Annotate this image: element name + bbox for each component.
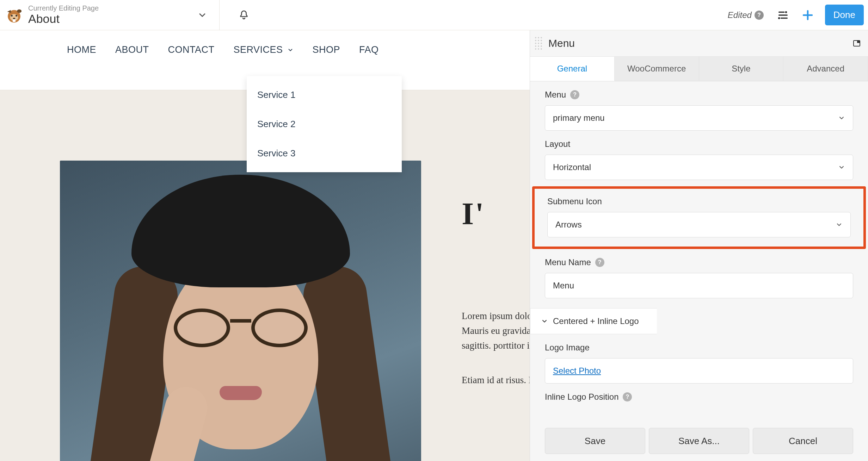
submenu-icon-highlight: Submenu Icon Arrows [532,186,866,249]
editing-label: Currently Editing Page [28,4,99,12]
submenu-service-3[interactable]: Service 3 [247,139,402,168]
help-icon[interactable]: ? [570,90,579,99]
layout-field-label: Layout [545,139,853,149]
inline-logo-position-label: Inline Logo Position ? [545,392,853,402]
section-centered-logo[interactable]: Centered + Inline Logo [530,308,657,334]
chevron-down-icon [838,114,845,122]
page-selector-chevron[interactable] [197,10,207,20]
nav-shop[interactable]: SHOP [313,44,340,55]
submenu-icon-value: Arrows [555,220,582,230]
submenu-service-1[interactable]: Service 1 [247,80,402,110]
submenu-icon-label: Submenu Icon [547,197,851,206]
nav-home[interactable]: HOME [67,44,96,55]
svg-rect-5 [13,19,16,22]
done-button[interactable]: Done [825,5,864,25]
edited-status: Edited ? [728,10,764,20]
menu-name-input[interactable]: Menu [545,273,853,298]
submenu-icon-select[interactable]: Arrows [547,212,851,237]
settings-panel: Menu General WooCommerce Style Advanced … [530,30,868,461]
toolbar-separator [219,0,220,30]
menu-name-value: Menu [553,281,574,291]
notifications-icon[interactable] [236,7,252,23]
svg-point-6 [17,9,21,13]
svg-point-7 [785,11,787,13]
tab-style[interactable]: Style [699,56,784,81]
page-title: About [28,12,99,25]
about-photo [60,161,421,461]
layout-select-value: Horizontal [553,162,591,172]
add-icon[interactable] [800,7,816,23]
menu-name-label: Menu Name ? [545,257,853,267]
nav-contact[interactable]: CONTACT [168,44,215,55]
menu-field-label: Menu ? [545,90,853,100]
logo-image-label: Logo Image [545,343,853,353]
nav-about[interactable]: ABOUT [115,44,149,55]
logo-image-field[interactable]: Select Photo [545,358,853,384]
layout-select[interactable]: Horizontal [545,155,853,180]
tab-woocommerce[interactable]: WooCommerce [615,56,699,81]
nav-services[interactable]: SERVICES [234,44,294,55]
help-icon[interactable]: ? [623,392,632,401]
edited-label: Edited [728,10,752,20]
nav-faq[interactable]: FAQ [359,44,379,55]
submenu-service-2[interactable]: Service 2 [247,110,402,139]
panel-body: Menu ? primary menu Layout Horizontal Su… [530,81,868,424]
outline-icon[interactable] [775,7,791,23]
tab-advanced[interactable]: Advanced [783,56,868,81]
help-icon[interactable]: ? [595,258,604,267]
tab-general[interactable]: General [530,56,615,81]
menu-select-value: primary menu [553,113,605,123]
drag-handle-icon[interactable] [534,36,542,50]
panel-footer: Save Save As... Cancel [530,424,868,461]
help-icon[interactable]: ? [755,11,764,20]
page-info: Currently Editing Page About [28,4,99,25]
services-submenu: Service 1 Service 2 Service 3 [247,76,402,172]
save-as-button[interactable]: Save As... [649,428,749,454]
toggle-panel-icon[interactable] [852,39,861,48]
chevron-down-icon [836,221,843,228]
svg-point-8 [778,17,780,19]
chevron-down-icon [541,318,548,325]
chevron-down-icon [838,164,845,171]
top-toolbar: Currently Editing Page About Edited ? Do… [0,0,868,30]
chevron-down-icon [287,47,294,53]
select-photo-link[interactable]: Select Photo [553,366,601,376]
svg-point-3 [16,15,17,17]
menu-select[interactable]: primary menu [545,105,853,131]
svg-point-2 [11,15,13,17]
panel-tabs: General WooCommerce Style Advanced [530,56,868,81]
svg-rect-10 [857,41,860,43]
app-logo [4,5,24,25]
cancel-button[interactable]: Cancel [753,428,853,454]
panel-header: Menu [530,30,868,56]
save-button[interactable]: Save [545,428,645,454]
panel-title: Menu [548,37,852,49]
